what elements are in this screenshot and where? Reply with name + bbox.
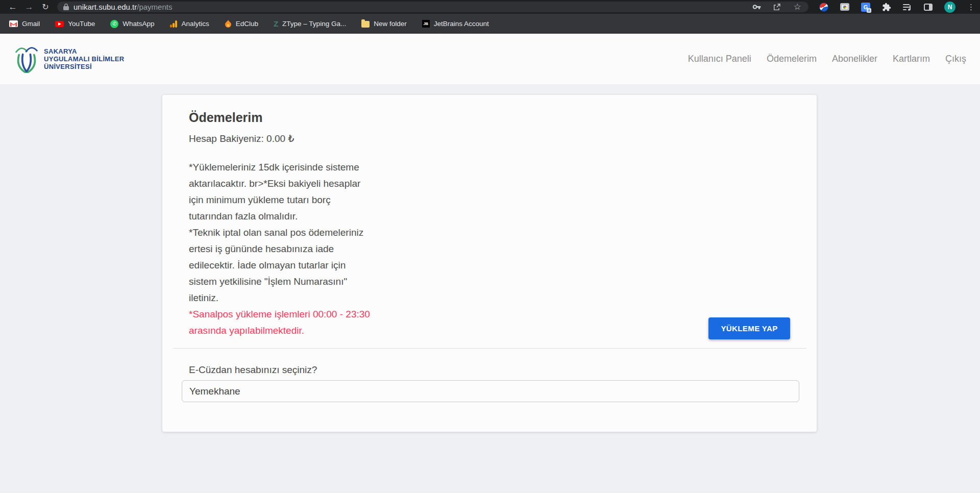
main-navigation: Kullanıcı Paneli Ödemelerim Abonelikler … (688, 34, 966, 84)
extensions-area: GA N ⋮ (819, 0, 975, 14)
profile-avatar[interactable]: N (944, 2, 955, 13)
browser-menu-icon[interactable]: ⋮ (967, 0, 975, 14)
logo-line-3: ÜNİVERSİTESİ (44, 63, 124, 70)
download-manager-extension-icon[interactable] (819, 3, 828, 12)
wallet-select-label: E-Cüzdan hesabınızı seçiniz? (189, 364, 317, 376)
upload-button[interactable]: YÜKLEME YAP (708, 317, 790, 339)
subu-tulip-icon (13, 44, 40, 73)
logo-line-1: SAKARYA (44, 47, 124, 55)
nav-odemelerim[interactable]: Ödemelerim (767, 54, 817, 64)
site-header: SAKARYA UYGULAMALI BİLİMLER ÜNİVERSİTESİ… (0, 34, 980, 84)
wallet-select[interactable]: Yemekhane (182, 380, 799, 402)
bookmark-label: Analytics (182, 20, 209, 28)
media-playlist-icon[interactable] (903, 3, 912, 11)
back-icon[interactable]: ← (6, 0, 19, 14)
google-translate-extension-icon[interactable]: GA (861, 3, 870, 12)
share-icon[interactable] (772, 2, 782, 12)
nav-abonelikler[interactable]: Abonelikler (832, 54, 877, 64)
nav-kullanici-paneli[interactable]: Kullanıcı Paneli (688, 54, 751, 64)
screenshot-extension-icon[interactable] (840, 3, 849, 11)
side-panel-icon[interactable] (924, 4, 933, 11)
bookmark-label: EdClub (236, 20, 258, 28)
lock-icon[interactable] (63, 4, 69, 10)
bookmark-analytics[interactable]: Analytics (170, 20, 209, 28)
analytics-icon (170, 20, 178, 28)
payments-card: Ödemelerim Hesap Bakiyeniz: 0.00 ₺ *Yükl… (162, 95, 817, 432)
bookmark-youtube[interactable]: YouTube (55, 20, 95, 28)
bookmark-gmail[interactable]: Gmail (9, 20, 40, 28)
browser-toolbar: ← → ↻ unikart.subu.edu.tr/payments ☆ GA … (0, 0, 980, 14)
extensions-puzzle-icon[interactable] (882, 3, 891, 12)
reload-icon[interactable]: ↻ (39, 0, 52, 14)
university-name: SAKARYA UYGULAMALI BİLİMLER ÜNİVERSİTESİ (44, 47, 124, 70)
page-title: Ödemelerim (189, 110, 263, 125)
key-icon[interactable] (751, 2, 762, 12)
bookmark-jetbrains[interactable]: JB JetBrains Account (422, 20, 489, 28)
logo-line-2: UYGULAMALI BİLİMLER (44, 55, 124, 63)
university-logo[interactable]: SAKARYA UYGULAMALI BİLİMLER ÜNİVERSİTESİ (13, 44, 124, 73)
bookmark-label: New folder (374, 20, 407, 28)
warning-text: *Sanalpos yükleme işlemleri 00:00 - 23:3… (189, 306, 424, 339)
bookmark-new-folder[interactable]: New folder (361, 20, 407, 28)
bookmark-label: Gmail (22, 20, 40, 28)
bookmark-label: ZType – Typing Ga... (282, 20, 346, 28)
bookmark-star-icon[interactable]: ☆ (792, 2, 802, 12)
folder-icon (361, 21, 370, 28)
bookmark-edclub[interactable]: EdClub (225, 20, 258, 28)
bookmark-whatsapp[interactable]: ✆ WhatsApp (110, 20, 154, 28)
forward-icon[interactable]: → (22, 0, 36, 14)
ztype-icon: Z (274, 20, 278, 28)
jetbrains-icon: JB (422, 20, 430, 28)
card-divider (173, 348, 806, 349)
account-balance: Hesap Bakiyeniz: 0.00 ₺ (189, 133, 294, 144)
bookmark-label: JetBrains Account (434, 20, 489, 28)
bookmark-label: YouTube (68, 20, 95, 28)
nav-cikis[interactable]: Çıkış (945, 54, 966, 64)
gmail-icon (9, 20, 18, 27)
page-body: Ödemelerim Hesap Bakiyeniz: 0.00 ₺ *Yükl… (0, 84, 980, 493)
edclub-flame-icon (225, 20, 232, 28)
url-host: unikart.subu.edu.tr (74, 3, 137, 11)
url-path: /payments (137, 3, 172, 11)
bookmark-ztype[interactable]: Z ZType – Typing Ga... (274, 20, 346, 28)
url-text: unikart.subu.edu.tr/payments (74, 3, 172, 11)
whatsapp-icon: ✆ (110, 20, 118, 28)
info-text: *Yüklemeleriniz 15dk içerisinde sisteme … (189, 159, 424, 306)
nav-kartlarim[interactable]: Kartlarım (893, 54, 930, 64)
bookmarks-bar: Gmail YouTube ✆ WhatsApp Analytics EdClu… (0, 14, 980, 34)
address-bar[interactable]: unikart.subu.edu.tr/payments ☆ (57, 2, 808, 12)
bookmark-label: WhatsApp (122, 20, 154, 28)
youtube-icon (55, 21, 64, 27)
